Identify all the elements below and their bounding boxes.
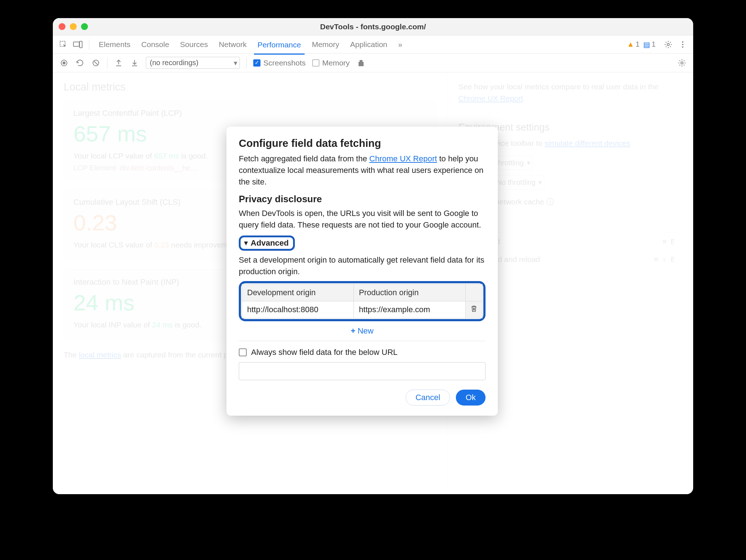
tab-console[interactable]: Console (138, 39, 173, 50)
tab-application[interactable]: Application (347, 39, 391, 50)
url-override-input[interactable] (239, 362, 486, 380)
settings-icon[interactable] (663, 39, 674, 50)
cancel-button[interactable]: Cancel (406, 390, 450, 406)
titlebar: DevTools - fonts.google.com/ (53, 18, 693, 35)
trash-icon (471, 305, 477, 312)
upload-icon[interactable] (114, 58, 123, 68)
divider (239, 341, 486, 341)
cell-dev-origin[interactable]: http://localhost:8080 (242, 301, 354, 318)
advanced-desc: Set a development origin to automaticall… (239, 254, 486, 277)
tab-network[interactable]: Network (215, 39, 250, 50)
origin-mapping-table: Development origin Production origin htt… (242, 284, 483, 318)
table-row: http://localhost:8080 https://example.co… (242, 301, 483, 318)
privacy-body: When DevTools is open, the URLs you visi… (239, 208, 486, 231)
dialog-intro: Fetch aggregated field data from the Chr… (239, 153, 486, 188)
crux-report-link[interactable]: Chrome UX Report (369, 154, 437, 163)
advanced-toggle[interactable]: ▼Advanced (239, 236, 295, 251)
recordings-dropdown[interactable]: (no recordings) (146, 57, 240, 69)
add-row-button[interactable]: +New (239, 326, 486, 336)
dialog-footer: Cancel Ok (239, 390, 486, 406)
svg-rect-1 (73, 42, 79, 46)
record-icon[interactable] (59, 58, 69, 68)
screenshots-checkbox[interactable]: Screenshots (253, 59, 306, 67)
svg-point-4 (682, 41, 683, 43)
checkbox-off-icon (239, 348, 247, 356)
issues-badge[interactable]: ▲1 (627, 40, 640, 48)
tab-memory[interactable]: Memory (308, 39, 343, 50)
performance-toolbar: (no recordings) Screenshots Memory (53, 54, 693, 72)
plus-icon: + (351, 326, 356, 335)
field-data-dialog: Configure field data fetching Fetch aggr… (226, 127, 498, 416)
window-title: DevTools - fonts.google.com/ (53, 22, 693, 31)
ok-button[interactable]: Ok (456, 390, 486, 406)
dialog-title: Configure field data fetching (239, 137, 486, 149)
tab-elements[interactable]: Elements (95, 39, 134, 50)
svg-point-8 (63, 61, 65, 64)
performance-content: Local metrics Largest Contentful Paint (… (53, 72, 693, 494)
devtools-window: DevTools - fonts.google.com/ Elements Co… (53, 18, 693, 494)
svg-rect-11 (360, 60, 363, 62)
privacy-heading: Privacy disclosure (239, 194, 486, 205)
download-icon[interactable] (130, 58, 139, 68)
settings-gear-icon[interactable] (677, 58, 687, 68)
messages-badge[interactable]: ▤1 (643, 40, 656, 49)
svg-point-6 (682, 46, 683, 48)
device-toolbar-icon[interactable] (72, 39, 83, 50)
separator (246, 58, 247, 68)
tab-performance[interactable]: Performance (254, 39, 305, 55)
th-dev-origin: Development origin (242, 284, 354, 301)
checkbox-on-icon (253, 59, 260, 67)
tab-sources[interactable]: Sources (177, 39, 212, 50)
svg-point-3 (667, 43, 669, 46)
svg-rect-10 (359, 62, 364, 66)
svg-rect-2 (80, 41, 82, 48)
tabs-overflow[interactable]: » (394, 39, 406, 50)
gc-icon[interactable] (356, 58, 366, 68)
th-actions (466, 284, 483, 301)
separator (89, 39, 89, 50)
always-show-checkbox-row[interactable]: Always show field data for the below URL (239, 348, 486, 357)
devtools-top-tabs: Elements Console Sources Network Perform… (53, 35, 693, 54)
svg-point-12 (681, 62, 683, 64)
svg-point-5 (682, 44, 683, 45)
reload-icon[interactable] (75, 58, 85, 68)
triangle-down-icon: ▼ (243, 239, 249, 247)
clear-icon[interactable] (91, 58, 101, 68)
th-prod-origin: Production origin (354, 284, 466, 301)
inspect-element-icon[interactable] (58, 39, 69, 50)
more-icon[interactable] (677, 39, 688, 50)
cell-prod-origin[interactable]: https://example.com (354, 301, 466, 318)
origin-mapping-table-highlight: Development origin Production origin htt… (239, 281, 486, 321)
separator (107, 58, 107, 68)
memory-checkbox[interactable]: Memory (312, 59, 350, 67)
checkbox-off-icon (312, 59, 319, 67)
delete-row-button[interactable] (466, 301, 483, 318)
